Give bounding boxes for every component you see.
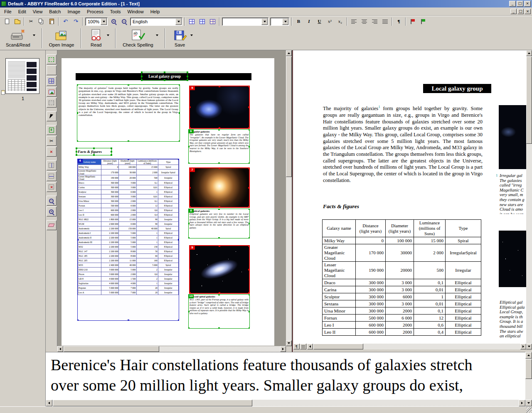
irregular-galaxies-text-block[interactable]: Irregular galaxies The galaxies that hav… xyxy=(188,129,250,164)
block-handle[interactable] xyxy=(248,245,250,247)
menu-image[interactable]: Image xyxy=(64,8,84,15)
layout-image-button[interactable] xyxy=(208,17,217,26)
block-handle[interactable] xyxy=(77,84,78,86)
block-handle[interactable] xyxy=(93,154,95,156)
subscript-button[interactable]: x₂ xyxy=(335,17,345,26)
block-handle[interactable] xyxy=(188,237,190,238)
zoom-view[interactable]: Berenice's Hair constellations feature t… xyxy=(46,352,525,406)
block-handle[interactable] xyxy=(219,292,220,294)
zoom-in-tool[interactable]: + xyxy=(47,206,57,216)
block-handle[interactable] xyxy=(218,237,220,238)
menu-file[interactable]: File xyxy=(1,8,15,15)
block-handle[interactable] xyxy=(248,292,250,294)
open-batch-button[interactable] xyxy=(12,17,22,26)
delete-line-tool[interactable] xyxy=(47,182,57,192)
block-handle[interactable] xyxy=(249,237,250,238)
underline-button[interactable]: U xyxy=(315,17,324,26)
title-text-block[interactable]: Local galaxy group xyxy=(141,72,188,81)
paste-button[interactable] xyxy=(47,17,57,26)
delete-block-tool[interactable]: × xyxy=(47,147,57,157)
page-thumbnail[interactable] xyxy=(5,58,39,94)
scanned-page[interactable]: Local galaxy group The majority of galax… xyxy=(62,58,274,346)
block-handle[interactable] xyxy=(111,154,112,156)
copy-button[interactable] xyxy=(37,17,46,26)
close-button[interactable]: × xyxy=(524,1,531,7)
block-handle[interactable] xyxy=(189,187,191,189)
block-handle[interactable] xyxy=(189,245,191,247)
menu-tools[interactable]: Tools xyxy=(107,8,124,15)
text-block-tool[interactable] xyxy=(47,65,57,75)
block-handle[interactable] xyxy=(128,320,129,321)
cut-button[interactable]: ✂ xyxy=(26,17,36,26)
zoom-window-tool[interactable] xyxy=(47,54,57,64)
block-handle[interactable] xyxy=(179,112,180,114)
restore-button[interactable]: □ xyxy=(517,1,523,7)
block-handle[interactable] xyxy=(218,209,220,210)
block-handle[interactable] xyxy=(164,71,165,73)
block-handle[interactable] xyxy=(218,129,220,130)
picture-block-spiral[interactable] xyxy=(189,245,250,294)
superscript-button[interactable]: x² xyxy=(325,17,335,26)
block-handle[interactable] xyxy=(189,86,191,87)
zoom-in-button[interactable]: + xyxy=(109,17,118,26)
open-image-button[interactable]: Open Image xyxy=(47,28,77,48)
recognize-area-tool[interactable] xyxy=(47,98,57,108)
resize-grip[interactable] xyxy=(526,407,532,413)
block-handle[interactable] xyxy=(178,159,179,160)
block-handle[interactable] xyxy=(76,154,77,156)
block-handle[interactable] xyxy=(128,140,129,142)
add-horizontal-line-tool[interactable] xyxy=(47,171,57,181)
menu-window[interactable]: Window xyxy=(124,8,147,15)
block-handle[interactable] xyxy=(77,239,79,241)
undo-button[interactable]: ↶ xyxy=(61,17,70,26)
pointer-tool[interactable] xyxy=(47,111,57,121)
formatted-view-button[interactable]: ¶ xyxy=(293,344,300,349)
check-spelling-dropdown-icon[interactable] xyxy=(155,29,160,42)
block-handle[interactable] xyxy=(248,206,250,208)
align-left-button[interactable] xyxy=(349,17,359,26)
menu-batch[interactable]: Batch xyxy=(46,8,64,15)
mdi-minimize-button[interactable]: _ xyxy=(510,9,517,14)
menu-edit[interactable]: Edit xyxy=(15,8,30,15)
bold-button[interactable]: B xyxy=(294,17,303,26)
block-handle[interactable] xyxy=(93,148,95,149)
table-block-tool[interactable] xyxy=(47,76,57,86)
block-handle[interactable] xyxy=(76,151,77,152)
block-handle[interactable] xyxy=(188,209,190,210)
recognized-paragraph[interactable]: The majority of galaxies1 form groups he… xyxy=(323,104,483,184)
zoom-select[interactable]: 100% xyxy=(85,17,108,26)
block-handle[interactable] xyxy=(178,320,179,321)
block-handle[interactable] xyxy=(249,129,250,130)
scan-read-button[interactable]: Scan&Read xyxy=(3,28,37,48)
paragraph-text-block[interactable]: The majority of galaxies1 form groups he… xyxy=(77,84,180,142)
picture-block-nebula[interactable] xyxy=(189,86,250,129)
block-handle[interactable] xyxy=(219,86,220,87)
menu-process[interactable]: Process xyxy=(84,8,107,15)
zoom-vertical-scrollbar[interactable] xyxy=(525,352,532,406)
minimize-button[interactable]: _ xyxy=(509,1,516,7)
block-handle[interactable] xyxy=(187,79,188,81)
block-handle[interactable] xyxy=(111,151,112,152)
block-handle[interactable] xyxy=(219,245,220,247)
block-handle[interactable] xyxy=(248,167,250,169)
block-handle[interactable] xyxy=(249,162,250,164)
eraser-tool[interactable] xyxy=(47,220,57,230)
text-view[interactable]: Local galaxy group The majority of galax… xyxy=(293,50,526,344)
highlight-uncertain-button[interactable] xyxy=(408,17,417,26)
menu-view[interactable]: View xyxy=(30,8,46,15)
text-horizontal-scrollbar[interactable] xyxy=(307,344,526,349)
block-handle[interactable] xyxy=(164,79,165,81)
block-handle[interactable] xyxy=(188,311,190,312)
image-horizontal-scrollbar[interactable] xyxy=(57,346,286,352)
block-handle[interactable] xyxy=(219,167,220,169)
block-handle[interactable] xyxy=(77,140,78,142)
layout-table-button[interactable] xyxy=(197,17,207,26)
formatting-marks-button[interactable]: ¶ xyxy=(394,17,404,26)
block-handle[interactable] xyxy=(188,223,190,224)
block-handle[interactable] xyxy=(141,76,143,77)
zoom-out-tool[interactable]: − xyxy=(47,196,57,206)
read-button[interactable]: Read xyxy=(86,28,111,48)
block-handle[interactable] xyxy=(188,162,190,164)
block-handle[interactable] xyxy=(189,206,191,208)
add-vertical-line-tool[interactable] xyxy=(47,160,57,170)
